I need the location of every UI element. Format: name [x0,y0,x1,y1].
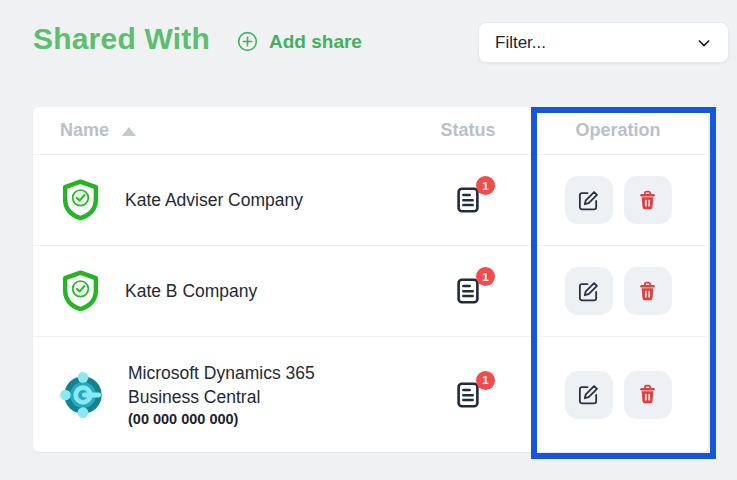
column-header-name-label: Name [60,120,109,141]
dynamics-365-business-central-icon [60,372,106,418]
status-cell: 1 [408,380,528,410]
page-title: Shared With [33,22,210,56]
status-count-badge: 1 [476,176,495,195]
filter-value: Filter... [495,33,546,53]
name-cell: Microsoft Dynamics 365 Business Central … [33,362,408,426]
operation-cell [528,371,708,419]
column-header-operation: Operation [528,120,708,141]
table-row: Kate B Company 1 [33,246,708,337]
trash-icon [636,189,659,212]
trash-icon [636,383,659,406]
delete-button[interactable] [624,176,672,224]
name-cell: Kate B Company [33,269,408,313]
delete-button[interactable] [624,267,672,315]
add-share-label: Add share [269,31,362,53]
edit-pencil-icon [577,189,600,212]
name-cell: Kate Adviser Company [33,178,408,222]
status-count-badge: 1 [476,371,495,390]
column-header-name[interactable]: Name [33,120,408,141]
share-name: Kate Adviser Company [125,190,303,211]
edit-pencil-icon [577,383,600,406]
share-name: Kate B Company [125,281,257,302]
trash-icon [636,280,659,303]
chevron-down-icon [696,35,712,51]
edit-button[interactable] [565,267,613,315]
shield-check-icon [60,178,101,222]
share-name: Microsoft Dynamics 365 Business Central [128,362,350,408]
document-status-icon[interactable] [453,201,483,218]
status-cell: 1 [408,276,528,306]
table-row: Kate Adviser Company 1 [33,155,708,246]
shared-with-table: Name Status Operation Kate Adviser Compa… [33,107,708,452]
operation-cell [528,176,708,224]
document-status-icon[interactable] [453,396,483,413]
edit-button[interactable] [565,371,613,419]
document-status-icon[interactable] [453,292,483,309]
table-row: Microsoft Dynamics 365 Business Central … [33,337,708,452]
operation-cell [528,267,708,315]
delete-button[interactable] [624,371,672,419]
share-identifier: (00 000 000 000) [128,411,350,427]
shield-check-icon [60,269,101,313]
status-count-badge: 1 [476,267,495,286]
column-header-status: Status [408,120,528,141]
sort-ascending-icon [122,127,136,136]
add-share-button[interactable]: Add share [236,30,362,53]
edit-pencil-icon [577,280,600,303]
filter-dropdown[interactable]: Filter... [478,22,729,63]
edit-button[interactable] [565,176,613,224]
plus-circle-icon [236,30,259,53]
table-header-row: Name Status Operation [33,107,708,155]
status-cell: 1 [408,185,528,215]
